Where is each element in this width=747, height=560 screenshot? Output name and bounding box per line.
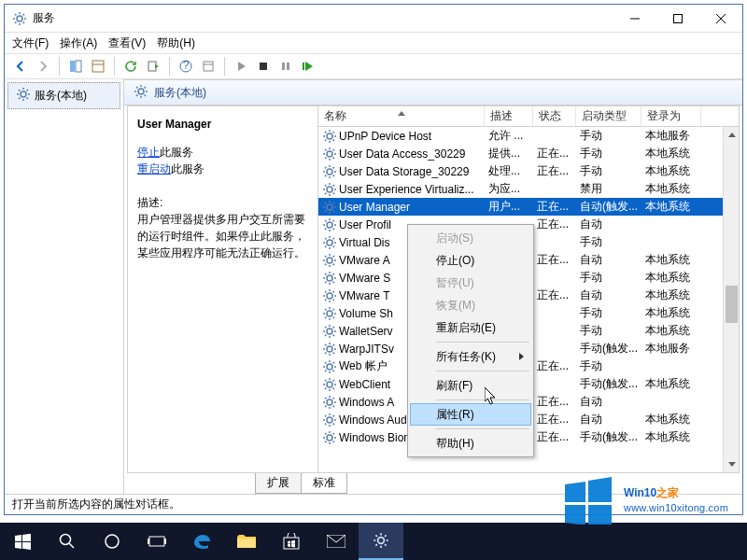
col-header-name[interactable]: 名称	[318, 106, 485, 126]
menu-view[interactable]: 查看(V)	[108, 35, 146, 51]
toolbar-separator	[114, 57, 115, 76]
stop-service-button[interactable]	[253, 56, 274, 77]
cell-startup: 手动(触发...	[580, 376, 645, 392]
menu-item-properties[interactable]: 属性(R)	[410, 403, 531, 426]
taskbar	[0, 523, 747, 560]
gear-icon	[322, 200, 337, 215]
cell-name: User Data Access_30229	[339, 147, 488, 161]
menu-separator	[436, 342, 529, 343]
col-header-logon[interactable]: 登录为	[641, 106, 701, 126]
menu-item-pause[interactable]: 暂停(U)	[410, 272, 531, 294]
cell-logon: 本地系统	[645, 305, 705, 321]
taskbar-store-icon[interactable]	[269, 523, 314, 560]
gear-icon	[322, 253, 337, 268]
gear-icon	[322, 306, 337, 321]
gear-icon	[322, 147, 337, 161]
taskbar-search-icon[interactable]	[45, 523, 90, 560]
gear-icon	[322, 430, 337, 445]
gear-icon	[322, 359, 337, 374]
gear-icon	[322, 271, 337, 286]
scroll-thumb[interactable]	[726, 286, 738, 323]
detail-panel: User Manager 停止此服务 重启动此服务 描述: 用户管理器提供多用户…	[128, 106, 318, 472]
svg-point-23	[327, 275, 332, 281]
minimize-button[interactable]	[613, 5, 656, 32]
taskbar-mail-icon[interactable]	[314, 523, 359, 560]
maximize-button[interactable]	[656, 5, 699, 32]
list-header: 名称 描述 状态 启动类型 登录为	[318, 106, 739, 127]
taskbar-explorer-icon[interactable]	[224, 523, 269, 560]
gear-icon	[322, 342, 337, 357]
menu-item-refresh[interactable]: 刷新(F)	[410, 374, 531, 397]
gear-icon	[322, 413, 337, 427]
cell-status: 正在...	[537, 146, 580, 161]
taskbar-taskview-icon[interactable]	[134, 523, 179, 560]
menu-file[interactable]: 文件(F)	[12, 35, 49, 51]
tab-standard[interactable]: 标准	[301, 473, 347, 494]
restart-suffix: 此服务	[171, 162, 204, 175]
service-row[interactable]: User Data Access_30229提供...正在...手动本地系统	[318, 145, 739, 162]
watermark-url: www.win10xitong.com	[624, 500, 728, 515]
menu-help[interactable]: 帮助(H)	[157, 35, 195, 51]
menu-action[interactable]: 操作(A)	[60, 35, 97, 51]
col-header-status[interactable]: 状态	[533, 106, 576, 126]
vertical-scrollbar[interactable]	[723, 127, 739, 472]
gear-icon	[16, 87, 31, 105]
cell-logon: 本地系统	[645, 199, 705, 215]
service-row[interactable]: User Experience Virtualiz...为应...禁用本地系统	[318, 180, 739, 198]
svg-rect-8	[204, 62, 213, 71]
restart-link[interactable]: 重启动	[137, 162, 171, 175]
menu-item-restart[interactable]: 重新启动(E)	[410, 316, 531, 339]
col-header-startup[interactable]: 启动类型	[576, 106, 641, 126]
titlebar: 服务	[5, 5, 742, 33]
svg-rect-12	[303, 63, 304, 70]
menu-item-stop[interactable]: 停止(O)	[410, 249, 531, 272]
refresh-button[interactable]	[120, 56, 141, 77]
start-button[interactable]	[0, 523, 45, 560]
service-row[interactable]: UPnP Device Host允许 ...手动本地服务	[318, 127, 739, 145]
tree-panel: 服务(本地)	[5, 79, 124, 494]
service-row[interactable]: User Manager用户...正在...自动(触发...本地系统	[318, 198, 739, 216]
menu-item-resume[interactable]: 恢复(M)	[410, 294, 531, 316]
restart-service-button[interactable]	[298, 56, 318, 77]
cell-startup: 自动(触发...	[580, 199, 645, 215]
windows-logo-icon	[562, 472, 614, 525]
gear-icon	[322, 182, 337, 197]
pause-service-button[interactable]	[275, 56, 296, 77]
cell-logon: 本地系统	[645, 163, 705, 179]
taskbar-edge-icon[interactable]	[179, 523, 224, 560]
menu-item-help[interactable]: 帮助(H)	[410, 432, 531, 455]
export-list-button[interactable]	[143, 56, 163, 77]
svg-point-19	[327, 204, 332, 210]
window-controls	[613, 5, 742, 32]
show-hide-tree-button[interactable]	[65, 56, 86, 77]
cell-status: 正在...	[537, 163, 580, 179]
col-header-desc[interactable]: 描述	[485, 106, 533, 126]
menu-item-start[interactable]: 启动(S)	[410, 227, 531, 249]
cell-logon: 本地系统	[645, 376, 705, 392]
menu-separator	[436, 399, 529, 400]
cell-startup: 手动	[580, 358, 645, 374]
scroll-up-button[interactable]	[724, 127, 739, 143]
help-button[interactable]: ?	[176, 56, 196, 77]
properties-button[interactable]	[198, 56, 218, 77]
cell-logon: 本地系统	[645, 412, 705, 427]
start-service-button[interactable]	[231, 56, 251, 77]
export-button[interactable]	[88, 56, 108, 77]
taskbar-services-icon[interactable]	[359, 523, 403, 560]
cell-logon: 本地系统	[645, 429, 705, 445]
forward-button[interactable]	[33, 56, 53, 77]
stop-link[interactable]: 停止	[137, 146, 160, 159]
tab-extended[interactable]: 扩展	[255, 473, 302, 494]
taskbar-cortana-icon[interactable]	[90, 523, 134, 560]
cell-logon: 本地系统	[645, 146, 705, 161]
service-row[interactable]: User Data Storage_30229处理...正在...手动本地系统	[318, 162, 739, 180]
watermark: Win10之家 www.win10xitong.com	[562, 472, 728, 525]
scroll-down-button[interactable]	[724, 456, 739, 472]
menu-separator	[436, 371, 529, 371]
close-button[interactable]	[699, 5, 742, 32]
tree-item-services-local[interactable]: 服务(本地)	[7, 82, 120, 109]
menu-item-all-tasks[interactable]: 所有任务(K)	[410, 345, 531, 368]
back-button[interactable]	[10, 56, 31, 77]
gear-icon	[322, 129, 337, 144]
cursor-icon	[485, 387, 500, 409]
